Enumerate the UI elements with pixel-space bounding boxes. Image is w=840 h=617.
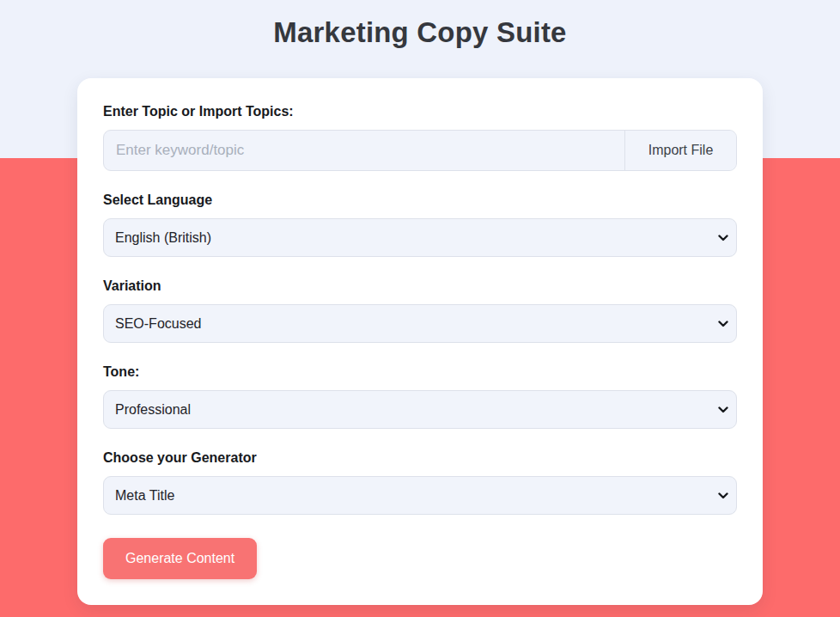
- language-group: Select Language English (British): [103, 192, 737, 257]
- generator-group: Choose your Generator Meta Title: [103, 450, 737, 515]
- language-select[interactable]: English (British): [103, 218, 737, 257]
- language-select-wrap: English (British): [103, 218, 737, 257]
- topic-input-group: Import File: [103, 130, 737, 171]
- variation-select-wrap: SEO-Focused: [103, 304, 737, 343]
- tone-label: Tone:: [103, 364, 737, 380]
- import-file-button[interactable]: Import File: [624, 131, 736, 170]
- tone-group: Tone: Professional: [103, 364, 737, 429]
- page-content: Marketing Copy Suite Enter Topic or Impo…: [0, 0, 840, 605]
- variation-label: Variation: [103, 278, 737, 294]
- topic-group: Enter Topic or Import Topics: Import Fil…: [103, 104, 737, 171]
- variation-group: Variation SEO-Focused: [103, 278, 737, 343]
- variation-select[interactable]: SEO-Focused: [103, 304, 737, 343]
- generator-select[interactable]: Meta Title: [103, 476, 737, 515]
- generator-label: Choose your Generator: [103, 450, 737, 466]
- page-title: Marketing Copy Suite: [0, 0, 840, 49]
- topic-label: Enter Topic or Import Topics:: [103, 104, 737, 119]
- tone-select-wrap: Professional: [103, 390, 737, 429]
- topic-input[interactable]: [104, 131, 624, 170]
- language-label: Select Language: [103, 192, 737, 208]
- generator-form-card: Enter Topic or Import Topics: Import Fil…: [77, 78, 763, 605]
- tone-select[interactable]: Professional: [103, 390, 737, 429]
- generate-content-button[interactable]: Generate Content: [103, 538, 257, 579]
- generator-select-wrap: Meta Title: [103, 476, 737, 515]
